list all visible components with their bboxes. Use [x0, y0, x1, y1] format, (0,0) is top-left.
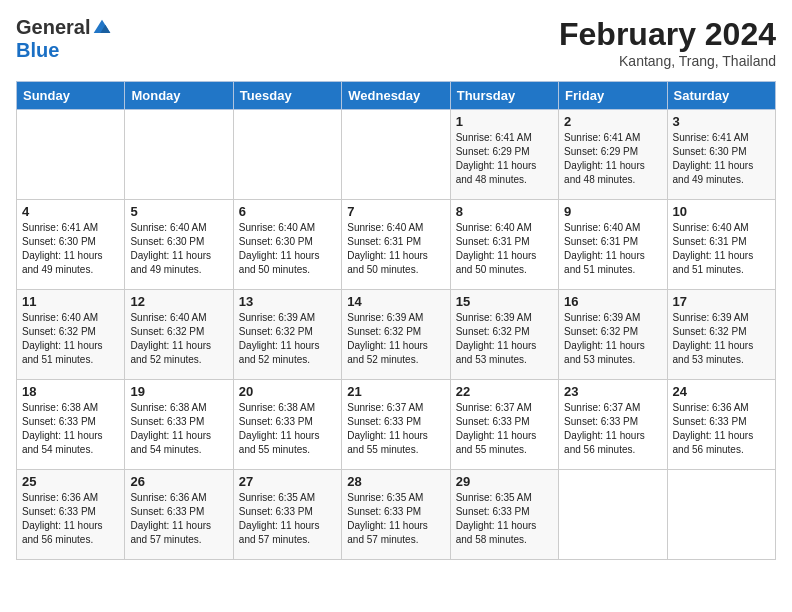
calendar-cell: 19Sunrise: 6:38 AM Sunset: 6:33 PM Dayli… — [125, 380, 233, 470]
day-number: 16 — [564, 294, 661, 309]
day-info: Sunrise: 6:40 AM Sunset: 6:32 PM Dayligh… — [130, 311, 227, 367]
day-info: Sunrise: 6:40 AM Sunset: 6:32 PM Dayligh… — [22, 311, 119, 367]
calendar-cell: 18Sunrise: 6:38 AM Sunset: 6:33 PM Dayli… — [17, 380, 125, 470]
weekday-header: Thursday — [450, 82, 558, 110]
day-info: Sunrise: 6:35 AM Sunset: 6:33 PM Dayligh… — [456, 491, 553, 547]
day-number: 9 — [564, 204, 661, 219]
calendar-cell: 24Sunrise: 6:36 AM Sunset: 6:33 PM Dayli… — [667, 380, 775, 470]
calendar-cell — [559, 470, 667, 560]
calendar-cell: 14Sunrise: 6:39 AM Sunset: 6:32 PM Dayli… — [342, 290, 450, 380]
day-info: Sunrise: 6:37 AM Sunset: 6:33 PM Dayligh… — [564, 401, 661, 457]
day-info: Sunrise: 6:35 AM Sunset: 6:33 PM Dayligh… — [239, 491, 336, 547]
day-number: 15 — [456, 294, 553, 309]
weekday-header-row: SundayMondayTuesdayWednesdayThursdayFrid… — [17, 82, 776, 110]
calendar-cell: 6Sunrise: 6:40 AM Sunset: 6:30 PM Daylig… — [233, 200, 341, 290]
logo: General Blue — [16, 16, 112, 62]
day-number: 21 — [347, 384, 444, 399]
calendar-cell — [17, 110, 125, 200]
day-info: Sunrise: 6:35 AM Sunset: 6:33 PM Dayligh… — [347, 491, 444, 547]
weekday-header: Monday — [125, 82, 233, 110]
calendar-cell: 22Sunrise: 6:37 AM Sunset: 6:33 PM Dayli… — [450, 380, 558, 470]
day-number: 4 — [22, 204, 119, 219]
calendar-cell: 5Sunrise: 6:40 AM Sunset: 6:30 PM Daylig… — [125, 200, 233, 290]
day-info: Sunrise: 6:38 AM Sunset: 6:33 PM Dayligh… — [130, 401, 227, 457]
calendar-week-row: 11Sunrise: 6:40 AM Sunset: 6:32 PM Dayli… — [17, 290, 776, 380]
calendar-cell: 1Sunrise: 6:41 AM Sunset: 6:29 PM Daylig… — [450, 110, 558, 200]
day-number: 8 — [456, 204, 553, 219]
calendar-cell — [342, 110, 450, 200]
day-info: Sunrise: 6:39 AM Sunset: 6:32 PM Dayligh… — [564, 311, 661, 367]
day-info: Sunrise: 6:41 AM Sunset: 6:29 PM Dayligh… — [564, 131, 661, 187]
title-section: February 2024 Kantang, Trang, Thailand — [559, 16, 776, 69]
day-info: Sunrise: 6:39 AM Sunset: 6:32 PM Dayligh… — [456, 311, 553, 367]
day-info: Sunrise: 6:40 AM Sunset: 6:31 PM Dayligh… — [673, 221, 770, 277]
weekday-header: Sunday — [17, 82, 125, 110]
day-info: Sunrise: 6:36 AM Sunset: 6:33 PM Dayligh… — [22, 491, 119, 547]
weekday-header: Saturday — [667, 82, 775, 110]
day-number: 28 — [347, 474, 444, 489]
day-number: 14 — [347, 294, 444, 309]
day-info: Sunrise: 6:40 AM Sunset: 6:30 PM Dayligh… — [239, 221, 336, 277]
weekday-header: Wednesday — [342, 82, 450, 110]
location: Kantang, Trang, Thailand — [559, 53, 776, 69]
day-info: Sunrise: 6:41 AM Sunset: 6:30 PM Dayligh… — [22, 221, 119, 277]
day-number: 7 — [347, 204, 444, 219]
day-info: Sunrise: 6:40 AM Sunset: 6:31 PM Dayligh… — [456, 221, 553, 277]
day-info: Sunrise: 6:40 AM Sunset: 6:31 PM Dayligh… — [347, 221, 444, 277]
calendar-cell: 13Sunrise: 6:39 AM Sunset: 6:32 PM Dayli… — [233, 290, 341, 380]
day-number: 24 — [673, 384, 770, 399]
calendar-cell: 7Sunrise: 6:40 AM Sunset: 6:31 PM Daylig… — [342, 200, 450, 290]
logo-icon — [92, 18, 112, 38]
calendar-week-row: 1Sunrise: 6:41 AM Sunset: 6:29 PM Daylig… — [17, 110, 776, 200]
day-number: 12 — [130, 294, 227, 309]
month-title: February 2024 — [559, 16, 776, 53]
calendar-week-row: 18Sunrise: 6:38 AM Sunset: 6:33 PM Dayli… — [17, 380, 776, 470]
calendar-week-row: 4Sunrise: 6:41 AM Sunset: 6:30 PM Daylig… — [17, 200, 776, 290]
day-number: 26 — [130, 474, 227, 489]
day-info: Sunrise: 6:36 AM Sunset: 6:33 PM Dayligh… — [673, 401, 770, 457]
calendar-cell: 2Sunrise: 6:41 AM Sunset: 6:29 PM Daylig… — [559, 110, 667, 200]
day-number: 27 — [239, 474, 336, 489]
day-info: Sunrise: 6:41 AM Sunset: 6:30 PM Dayligh… — [673, 131, 770, 187]
day-info: Sunrise: 6:39 AM Sunset: 6:32 PM Dayligh… — [239, 311, 336, 367]
day-info: Sunrise: 6:37 AM Sunset: 6:33 PM Dayligh… — [456, 401, 553, 457]
calendar-table: SundayMondayTuesdayWednesdayThursdayFrid… — [16, 81, 776, 560]
day-info: Sunrise: 6:36 AM Sunset: 6:33 PM Dayligh… — [130, 491, 227, 547]
weekday-header: Tuesday — [233, 82, 341, 110]
calendar-cell: 29Sunrise: 6:35 AM Sunset: 6:33 PM Dayli… — [450, 470, 558, 560]
day-info: Sunrise: 6:38 AM Sunset: 6:33 PM Dayligh… — [239, 401, 336, 457]
calendar-cell — [667, 470, 775, 560]
calendar-cell: 27Sunrise: 6:35 AM Sunset: 6:33 PM Dayli… — [233, 470, 341, 560]
day-info: Sunrise: 6:39 AM Sunset: 6:32 PM Dayligh… — [347, 311, 444, 367]
day-number: 17 — [673, 294, 770, 309]
calendar-cell: 10Sunrise: 6:40 AM Sunset: 6:31 PM Dayli… — [667, 200, 775, 290]
calendar-cell — [125, 110, 233, 200]
calendar-week-row: 25Sunrise: 6:36 AM Sunset: 6:33 PM Dayli… — [17, 470, 776, 560]
calendar-cell: 25Sunrise: 6:36 AM Sunset: 6:33 PM Dayli… — [17, 470, 125, 560]
calendar-cell: 15Sunrise: 6:39 AM Sunset: 6:32 PM Dayli… — [450, 290, 558, 380]
day-number: 1 — [456, 114, 553, 129]
calendar-cell: 4Sunrise: 6:41 AM Sunset: 6:30 PM Daylig… — [17, 200, 125, 290]
day-number: 5 — [130, 204, 227, 219]
day-info: Sunrise: 6:41 AM Sunset: 6:29 PM Dayligh… — [456, 131, 553, 187]
day-number: 13 — [239, 294, 336, 309]
day-number: 18 — [22, 384, 119, 399]
calendar-cell: 23Sunrise: 6:37 AM Sunset: 6:33 PM Dayli… — [559, 380, 667, 470]
day-number: 20 — [239, 384, 336, 399]
calendar-cell — [233, 110, 341, 200]
day-number: 23 — [564, 384, 661, 399]
day-number: 3 — [673, 114, 770, 129]
page-header: General Blue February 2024 Kantang, Tran… — [16, 16, 776, 69]
day-info: Sunrise: 6:37 AM Sunset: 6:33 PM Dayligh… — [347, 401, 444, 457]
calendar-cell: 16Sunrise: 6:39 AM Sunset: 6:32 PM Dayli… — [559, 290, 667, 380]
logo-general: General — [16, 16, 90, 39]
day-number: 22 — [456, 384, 553, 399]
day-number: 11 — [22, 294, 119, 309]
calendar-cell: 11Sunrise: 6:40 AM Sunset: 6:32 PM Dayli… — [17, 290, 125, 380]
calendar-cell: 26Sunrise: 6:36 AM Sunset: 6:33 PM Dayli… — [125, 470, 233, 560]
calendar-cell: 8Sunrise: 6:40 AM Sunset: 6:31 PM Daylig… — [450, 200, 558, 290]
calendar-cell: 20Sunrise: 6:38 AM Sunset: 6:33 PM Dayli… — [233, 380, 341, 470]
calendar-cell: 12Sunrise: 6:40 AM Sunset: 6:32 PM Dayli… — [125, 290, 233, 380]
day-number: 29 — [456, 474, 553, 489]
calendar-cell: 9Sunrise: 6:40 AM Sunset: 6:31 PM Daylig… — [559, 200, 667, 290]
